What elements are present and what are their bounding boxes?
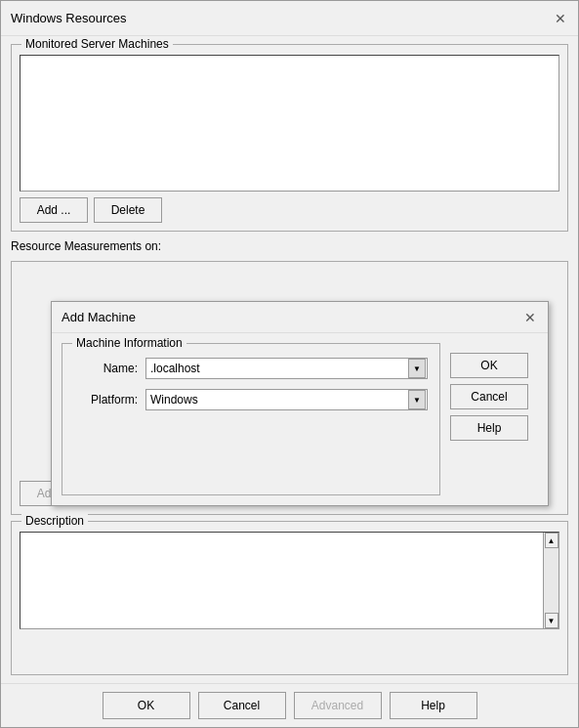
dialog-help-button[interactable]: Help <box>450 415 528 441</box>
platform-select[interactable]: Windows Linux Unix <box>145 389 428 410</box>
monitored-servers-list <box>20 55 559 192</box>
scroll-down-button[interactable]: ▼ <box>545 613 558 628</box>
monitored-server-machines-group: Monitored Server Machines Add ... Delete <box>11 44 568 232</box>
name-label: Name: <box>74 362 138 375</box>
resource-measurements-area: Add Machine ✕ Machine Information Name: … <box>11 261 568 515</box>
dialog-buttons: OK Cancel Help <box>450 343 538 495</box>
dialog-body: Machine Information Name: .localhost ▼ <box>52 333 548 505</box>
platform-label: Platform: <box>74 393 138 407</box>
monitored-group-label: Monitored Server Machines <box>21 37 173 51</box>
dialog-title-bar: Add Machine ✕ <box>52 302 548 333</box>
monitored-buttons-row: Add ... Delete <box>20 197 559 223</box>
name-select-wrapper: .localhost ▼ <box>145 358 428 379</box>
description-label: Description <box>21 514 88 528</box>
scroll-up-button[interactable]: ▲ <box>545 533 558 548</box>
title-bar: Windows Resources ✕ <box>1 1 578 36</box>
resource-measurements-label: Resource Measurements on: <box>11 239 568 253</box>
name-select[interactable]: .localhost <box>145 358 428 379</box>
platform-row: Platform: Windows Linux Unix ▼ <box>74 389 428 410</box>
close-icon[interactable]: ✕ <box>553 11 568 26</box>
machine-info-group: Machine Information Name: .localhost ▼ <box>62 343 440 495</box>
footer-ok-button[interactable]: OK <box>103 692 190 719</box>
description-scrollbar: ▲ ▼ <box>543 533 558 628</box>
dialog-close-icon[interactable]: ✕ <box>522 310 538 325</box>
footer-help-button[interactable]: Help <box>390 692 477 719</box>
dialog-ok-button[interactable]: OK <box>450 353 528 378</box>
name-row: Name: .localhost ▼ <box>74 358 428 379</box>
window-title: Windows Resources <box>11 11 127 25</box>
machine-info-label: Machine Information <box>72 336 186 350</box>
platform-select-wrapper: Windows Linux Unix ▼ <box>145 389 428 410</box>
windows-resources-window: Windows Resources ✕ Monitored Server Mac… <box>0 0 579 728</box>
footer-cancel-button[interactable]: Cancel <box>198 692 286 719</box>
footer-buttons: OK Cancel Advanced Help <box>1 683 578 727</box>
add-machine-dialog: Add Machine ✕ Machine Information Name: … <box>51 301 549 506</box>
description-text-area: ▲ ▼ <box>20 532 559 629</box>
monitored-add-button[interactable]: Add ... <box>20 197 88 223</box>
dialog-title: Add Machine <box>62 310 136 324</box>
description-group: Description ▲ ▼ <box>11 521 568 675</box>
window-content: Monitored Server Machines Add ... Delete… <box>1 36 578 683</box>
footer-advanced-button[interactable]: Advanced <box>294 692 382 719</box>
dialog-cancel-button[interactable]: Cancel <box>450 384 528 409</box>
monitored-delete-button[interactable]: Delete <box>94 197 162 223</box>
